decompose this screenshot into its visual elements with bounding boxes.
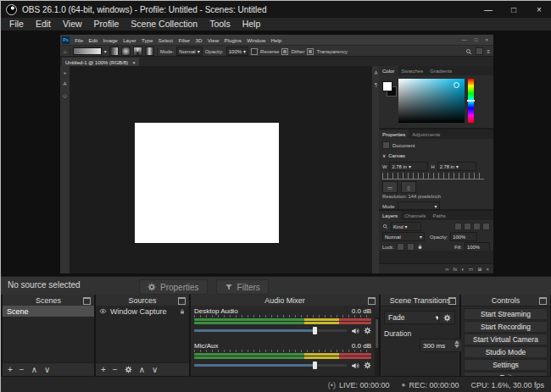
move-scene-down-button[interactable]: ∨ xyxy=(44,365,50,374)
menu-tools[interactable]: Tools xyxy=(203,18,237,30)
menu-scene-collection[interactable]: Scene Collection xyxy=(125,18,203,30)
duration-spinbox[interactable]: 300 ms xyxy=(420,339,462,352)
scenes-list[interactable]: Scene xyxy=(3,306,94,363)
start-virtual-camera-button[interactable]: Start Virtual Camera xyxy=(464,334,548,345)
scene-list-item[interactable]: Scene xyxy=(3,306,94,317)
blend-mode-value: Normal xyxy=(385,235,401,240)
start-streaming-button[interactable]: Start Streaming xyxy=(464,308,548,320)
scenes-dock-title: Scenes xyxy=(36,296,61,305)
remove-source-button[interactable]: − xyxy=(113,365,118,374)
ps-mode-label: Mode: xyxy=(160,49,175,54)
audio-mixer-dock: Audio Mixer Desktop Audio 0.0 dB xyxy=(191,295,379,376)
menu-edit[interactable]: Edit xyxy=(30,18,57,30)
volume-meter-left xyxy=(194,318,371,321)
menu-view[interactable]: View xyxy=(57,18,88,30)
minimize-icon[interactable]: — xyxy=(476,1,501,18)
studio-mode-button[interactable]: Studio Mode xyxy=(464,346,548,358)
spin-down-icon[interactable] xyxy=(454,345,459,348)
channel-level: 0.0 dB xyxy=(352,307,371,315)
sources-list[interactable]: Window Capture xyxy=(96,306,189,363)
captured-window-source[interactable]: Ps File Edit Image Layer Type Select Fil… xyxy=(60,35,493,273)
dock-float-icon[interactable] xyxy=(539,297,547,305)
tab-gradients: Gradients xyxy=(426,66,455,75)
preview-area[interactable]: Ps File Edit Image Layer Type Select Fil… xyxy=(1,30,551,276)
tab-properties: Properties xyxy=(379,130,409,139)
layer-opacity-label: Opacity: xyxy=(430,235,448,240)
add-source-button[interactable]: + xyxy=(101,365,106,374)
speaker-icon[interactable] xyxy=(351,362,359,370)
lock-icon[interactable] xyxy=(179,308,186,315)
filters-button[interactable]: Filters xyxy=(216,279,269,295)
dock-float-icon[interactable] xyxy=(448,297,456,305)
ps-menu-edit: Edit xyxy=(86,37,100,43)
chevron-down-icon: ▾ xyxy=(198,48,200,54)
remove-scene-button[interactable]: − xyxy=(19,365,25,374)
scrollbar-thumb[interactable] xyxy=(376,319,378,348)
sources-dock: Sources Window Capture + − ∧ ∨ xyxy=(96,295,189,376)
funnel-icon xyxy=(225,283,233,291)
volume-slider-handle[interactable] xyxy=(313,327,317,334)
tab-paths: Paths xyxy=(429,211,448,220)
sources-toolbar: + − ∧ ∨ xyxy=(96,362,189,376)
settings-button[interactable]: Settings xyxy=(464,359,548,371)
window-title: OBS 26.1.0 (64-bit, windows) - Profile: … xyxy=(22,5,266,14)
move-source-up-button[interactable]: ∧ xyxy=(139,365,145,374)
source-properties-gear-icon[interactable] xyxy=(125,366,132,373)
ps-panels-column: Color Swatches Gradients Properties xyxy=(379,66,493,273)
dock-float-icon[interactable] xyxy=(368,297,376,305)
transition-select[interactable]: Fade ▾ xyxy=(384,311,443,324)
channel-settings-gear-icon[interactable] xyxy=(364,362,371,369)
tab-color: Color xyxy=(379,66,398,75)
transition-properties-button[interactable] xyxy=(438,311,455,324)
docks-row: Scenes Scene + − ∧ ∨ Sources Win xyxy=(1,295,551,376)
chevron-down-icon: ▾ xyxy=(456,164,459,169)
radial-gradient-icon xyxy=(121,47,131,56)
filters-button-label: Filters xyxy=(237,283,260,292)
new-group-icon: ▭ xyxy=(469,266,474,272)
lock-position-icon xyxy=(407,243,415,251)
dock-float-icon[interactable] xyxy=(83,297,91,305)
move-scene-up-button[interactable]: ∧ xyxy=(31,365,37,374)
menubar: File Edit View Profile Scene Collection … xyxy=(1,18,551,31)
speaker-icon[interactable] xyxy=(351,327,359,335)
audio-mixer-dock-title: Audio Mixer xyxy=(264,296,305,305)
ps-menu-filter: Filter xyxy=(175,37,192,43)
properties-button[interactable]: Properties xyxy=(139,279,208,295)
transparency-checkbox xyxy=(307,48,314,55)
reflected-gradient-icon xyxy=(145,47,154,56)
mixer-scrollbar[interactable] xyxy=(375,317,379,376)
maximize-icon[interactable]: □ xyxy=(501,1,526,18)
scenes-dock-header[interactable]: Scenes xyxy=(3,295,94,306)
channel-name: Mic/Aux xyxy=(194,342,218,350)
scene-transitions-dock-header[interactable]: Scene Transitions xyxy=(381,295,459,306)
close-icon[interactable]: × xyxy=(526,1,551,18)
volume-slider-handle[interactable] xyxy=(313,362,317,369)
spin-up-icon[interactable] xyxy=(454,340,459,344)
start-recording-button[interactable]: Start Recording xyxy=(464,321,548,333)
home-icon: ⌂ xyxy=(64,49,67,54)
dock-float-icon[interactable] xyxy=(178,297,186,305)
live-timer: LIVE: 00:00:00 xyxy=(339,381,390,389)
menu-profile[interactable]: Profile xyxy=(88,18,125,30)
ps-menu-window: Window xyxy=(244,37,268,43)
sources-dock-header[interactable]: Sources xyxy=(96,295,189,306)
volume-slider[interactable] xyxy=(194,329,347,332)
source-item-label: Window Capture xyxy=(110,307,175,316)
ps-opacity-select: 100% ▾ xyxy=(226,47,248,56)
eye-icon[interactable] xyxy=(99,307,107,315)
live-status: (•) LIVE: 00:00:00 xyxy=(328,381,390,389)
ps-move-tool-icon: + xyxy=(64,70,67,75)
menu-file[interactable]: File xyxy=(3,18,30,30)
volume-slider[interactable] xyxy=(194,364,347,367)
broadcast-icon: (•) xyxy=(328,381,336,389)
dither-label: Dither xyxy=(291,49,304,54)
controls-dock-header[interactable]: Controls xyxy=(461,295,550,306)
menu-help[interactable]: Help xyxy=(237,18,267,30)
dither-checkbox xyxy=(281,48,288,55)
move-source-down-button[interactable]: ∨ xyxy=(152,365,158,374)
ps-character-panel-icon: A xyxy=(375,70,378,75)
channel-settings-gear-icon[interactable] xyxy=(364,327,371,334)
audio-mixer-dock-header[interactable]: Audio Mixer xyxy=(191,295,379,306)
add-scene-button[interactable]: + xyxy=(8,365,13,374)
source-list-item[interactable]: Window Capture xyxy=(96,306,189,317)
